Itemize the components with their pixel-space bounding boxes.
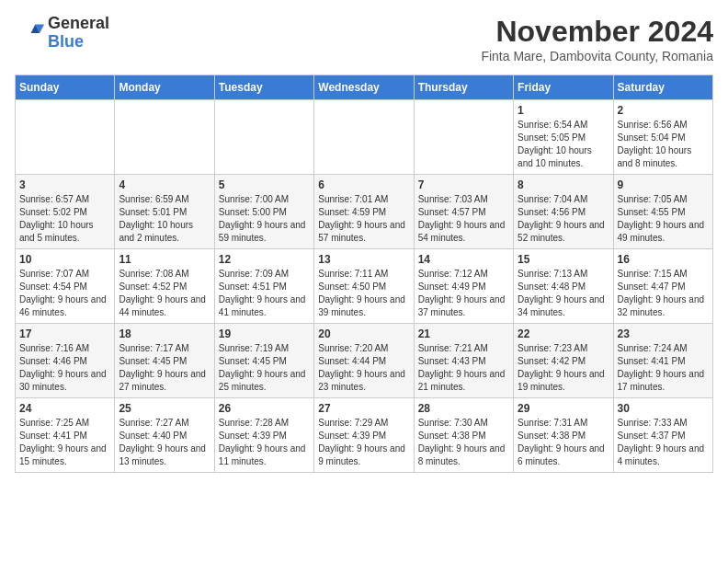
location-subtitle: Finta Mare, Dambovita County, Romania xyxy=(481,49,713,63)
calendar-cell: 10Sunrise: 7:07 AM Sunset: 4:54 PM Dayli… xyxy=(16,249,115,324)
calendar-cell: 17Sunrise: 7:16 AM Sunset: 4:46 PM Dayli… xyxy=(16,324,115,398)
calendar-cell xyxy=(414,100,513,175)
day-number: 6 xyxy=(318,178,409,191)
day-number: 8 xyxy=(518,178,609,191)
day-info: Sunrise: 7:23 AM Sunset: 4:42 PM Dayligh… xyxy=(518,342,609,394)
calendar-week-row: 10Sunrise: 7:07 AM Sunset: 4:54 PM Dayli… xyxy=(16,249,713,324)
calendar-cell: 15Sunrise: 7:13 AM Sunset: 4:48 PM Dayli… xyxy=(514,249,613,324)
calendar-cell: 28Sunrise: 7:30 AM Sunset: 4:38 PM Dayli… xyxy=(414,398,513,473)
day-info: Sunrise: 7:17 AM Sunset: 4:45 PM Dayligh… xyxy=(119,342,210,394)
day-number: 23 xyxy=(618,327,709,340)
day-info: Sunrise: 7:21 AM Sunset: 4:43 PM Dayligh… xyxy=(418,342,509,394)
day-info: Sunrise: 7:24 AM Sunset: 4:41 PM Dayligh… xyxy=(618,342,709,394)
calendar-week-row: 3Sunrise: 6:57 AM Sunset: 5:02 PM Daylig… xyxy=(16,175,713,249)
weekday-header: Saturday xyxy=(613,75,712,100)
day-info: Sunrise: 7:01 AM Sunset: 4:59 PM Dayligh… xyxy=(318,193,409,245)
day-info: Sunrise: 7:04 AM Sunset: 4:56 PM Dayligh… xyxy=(518,193,609,245)
day-info: Sunrise: 6:57 AM Sunset: 5:02 PM Dayligh… xyxy=(19,193,110,245)
day-info: Sunrise: 6:54 AM Sunset: 5:05 PM Dayligh… xyxy=(518,119,609,170)
calendar-cell: 13Sunrise: 7:11 AM Sunset: 4:50 PM Dayli… xyxy=(314,249,414,324)
day-info: Sunrise: 7:30 AM Sunset: 4:38 PM Dayligh… xyxy=(418,417,509,468)
day-number: 12 xyxy=(219,253,310,266)
calendar-week-row: 24Sunrise: 7:25 AM Sunset: 4:41 PM Dayli… xyxy=(16,398,713,473)
calendar-cell: 14Sunrise: 7:12 AM Sunset: 4:49 PM Dayli… xyxy=(414,249,513,324)
calendar-cell: 22Sunrise: 7:23 AM Sunset: 4:42 PM Dayli… xyxy=(514,324,613,398)
calendar-cell: 25Sunrise: 7:27 AM Sunset: 4:40 PM Dayli… xyxy=(115,398,214,473)
calendar-cell: 4Sunrise: 6:59 AM Sunset: 5:01 PM Daylig… xyxy=(115,175,214,249)
calendar-cell: 23Sunrise: 7:24 AM Sunset: 4:41 PM Dayli… xyxy=(613,324,712,398)
day-number: 9 xyxy=(618,178,709,191)
weekday-header: Wednesday xyxy=(314,75,414,100)
day-number: 1 xyxy=(518,104,609,117)
calendar-week-row: 17Sunrise: 7:16 AM Sunset: 4:46 PM Dayli… xyxy=(16,324,713,398)
calendar-cell xyxy=(314,100,414,175)
day-number: 18 xyxy=(119,327,210,340)
day-info: Sunrise: 7:13 AM Sunset: 4:48 PM Dayligh… xyxy=(518,268,609,319)
calendar-cell: 20Sunrise: 7:20 AM Sunset: 4:44 PM Dayli… xyxy=(314,324,414,398)
weekday-header: Sunday xyxy=(16,75,115,100)
month-title: November 2024 xyxy=(481,15,713,49)
calendar-cell: 8Sunrise: 7:04 AM Sunset: 4:56 PM Daylig… xyxy=(514,175,613,249)
day-info: Sunrise: 7:29 AM Sunset: 4:39 PM Dayligh… xyxy=(318,417,409,468)
day-number: 7 xyxy=(418,178,509,191)
day-info: Sunrise: 7:28 AM Sunset: 4:39 PM Dayligh… xyxy=(219,417,310,468)
day-number: 15 xyxy=(518,253,609,266)
weekday-header: Thursday xyxy=(414,75,513,100)
weekday-header: Friday xyxy=(514,75,613,100)
day-number: 17 xyxy=(19,327,110,340)
weekday-header-row: SundayMondayTuesdayWednesdayThursdayFrid… xyxy=(16,75,713,100)
calendar-cell: 2Sunrise: 6:56 AM Sunset: 5:04 PM Daylig… xyxy=(613,100,712,175)
calendar-cell xyxy=(16,100,115,175)
day-number: 3 xyxy=(19,178,110,191)
day-info: Sunrise: 7:03 AM Sunset: 4:57 PM Dayligh… xyxy=(418,193,509,245)
day-number: 28 xyxy=(418,402,509,415)
calendar-cell: 6Sunrise: 7:01 AM Sunset: 4:59 PM Daylig… xyxy=(314,175,414,249)
day-info: Sunrise: 7:07 AM Sunset: 4:54 PM Dayligh… xyxy=(19,268,110,319)
day-number: 14 xyxy=(418,253,509,266)
day-info: Sunrise: 7:19 AM Sunset: 4:45 PM Dayligh… xyxy=(219,342,310,394)
day-info: Sunrise: 7:27 AM Sunset: 4:40 PM Dayligh… xyxy=(119,417,210,468)
weekday-header: Tuesday xyxy=(214,75,313,100)
logo-text: General Blue xyxy=(48,15,109,52)
calendar-cell: 11Sunrise: 7:08 AM Sunset: 4:52 PM Dayli… xyxy=(115,249,214,324)
calendar-cell: 21Sunrise: 7:21 AM Sunset: 4:43 PM Dayli… xyxy=(414,324,513,398)
calendar-cell: 26Sunrise: 7:28 AM Sunset: 4:39 PM Dayli… xyxy=(214,398,313,473)
day-info: Sunrise: 6:59 AM Sunset: 5:01 PM Dayligh… xyxy=(119,193,210,245)
day-number: 2 xyxy=(618,104,709,117)
day-number: 26 xyxy=(219,402,310,415)
day-info: Sunrise: 7:09 AM Sunset: 4:51 PM Dayligh… xyxy=(219,268,310,319)
day-number: 21 xyxy=(418,327,509,340)
day-number: 11 xyxy=(119,253,210,266)
day-number: 19 xyxy=(219,327,310,340)
weekday-header: Monday xyxy=(115,75,214,100)
day-number: 5 xyxy=(219,178,310,191)
calendar-cell: 19Sunrise: 7:19 AM Sunset: 4:45 PM Dayli… xyxy=(214,324,313,398)
calendar-cell: 18Sunrise: 7:17 AM Sunset: 4:45 PM Dayli… xyxy=(115,324,214,398)
calendar-cell: 9Sunrise: 7:05 AM Sunset: 4:55 PM Daylig… xyxy=(613,175,712,249)
calendar-cell: 24Sunrise: 7:25 AM Sunset: 4:41 PM Dayli… xyxy=(16,398,115,473)
day-number: 4 xyxy=(119,178,210,191)
day-info: Sunrise: 7:31 AM Sunset: 4:38 PM Dayligh… xyxy=(518,417,609,468)
day-number: 16 xyxy=(618,253,709,266)
day-info: Sunrise: 7:20 AM Sunset: 4:44 PM Dayligh… xyxy=(318,342,409,394)
calendar-cell: 12Sunrise: 7:09 AM Sunset: 4:51 PM Dayli… xyxy=(214,249,313,324)
calendar-table: SundayMondayTuesdayWednesdayThursdayFrid… xyxy=(15,75,713,473)
calendar-cell: 27Sunrise: 7:29 AM Sunset: 4:39 PM Dayli… xyxy=(314,398,414,473)
day-info: Sunrise: 7:00 AM Sunset: 5:00 PM Dayligh… xyxy=(219,193,310,245)
calendar-cell: 1Sunrise: 6:54 AM Sunset: 5:05 PM Daylig… xyxy=(514,100,613,175)
day-info: Sunrise: 6:56 AM Sunset: 5:04 PM Dayligh… xyxy=(618,119,709,170)
calendar-week-row: 1Sunrise: 6:54 AM Sunset: 5:05 PM Daylig… xyxy=(16,100,713,175)
day-number: 24 xyxy=(19,402,110,415)
title-block: November 2024 Finta Mare, Dambovita Coun… xyxy=(481,15,713,63)
calendar-cell xyxy=(115,100,214,175)
day-number: 25 xyxy=(119,402,210,415)
calendar-cell: 30Sunrise: 7:33 AM Sunset: 4:37 PM Dayli… xyxy=(613,398,712,473)
calendar-cell: 7Sunrise: 7:03 AM Sunset: 4:57 PM Daylig… xyxy=(414,175,513,249)
day-info: Sunrise: 7:16 AM Sunset: 4:46 PM Dayligh… xyxy=(19,342,110,394)
day-info: Sunrise: 7:12 AM Sunset: 4:49 PM Dayligh… xyxy=(418,268,509,319)
calendar-cell: 29Sunrise: 7:31 AM Sunset: 4:38 PM Dayli… xyxy=(514,398,613,473)
day-number: 20 xyxy=(318,327,409,340)
day-info: Sunrise: 7:15 AM Sunset: 4:47 PM Dayligh… xyxy=(618,268,709,319)
logo-general: General xyxy=(48,15,109,33)
logo-icon xyxy=(15,18,44,48)
